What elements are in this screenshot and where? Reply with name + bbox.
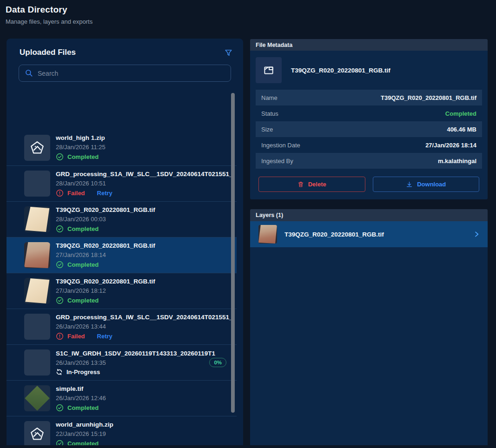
retry-link[interactable]: Retry bbox=[97, 333, 112, 340]
file-status: FailedRetry bbox=[56, 189, 232, 197]
thumbnail-image bbox=[24, 242, 50, 268]
status-label: Completed bbox=[67, 261, 99, 268]
metadata-row: Size406.46 MB bbox=[256, 121, 482, 137]
delete-button-label: Delete bbox=[308, 181, 326, 188]
status-label: Completed bbox=[67, 297, 99, 304]
file-row[interactable]: world_arunhigh.zip22/Jan/2026 15:19Compl… bbox=[7, 416, 237, 445]
file-info: world_high 1.zip28/Jan/2026 11:25Complet… bbox=[56, 134, 232, 161]
metadata-actions: Delete Download bbox=[256, 177, 482, 192]
file-row[interactable]: T39QZG_R020_20220801_RGB.tif27/Jan/2026 … bbox=[7, 237, 237, 273]
status-label: In-Progress bbox=[66, 369, 100, 376]
uploaded-files-title: Uploaded Files bbox=[13, 48, 76, 57]
file-row[interactable]: simple.tif26/Jan/2026 12:46Completed bbox=[7, 380, 237, 416]
metadata-file-name: T39QZG_R020_20220801_RGB.tif bbox=[291, 67, 390, 74]
spinner-icon bbox=[56, 369, 63, 376]
check-circle-icon bbox=[56, 440, 64, 446]
file-name: S1C_IW_GRDH_1SDV_20260119T143313_2026011… bbox=[56, 350, 232, 357]
file-date: 26/Jan/2026 13:35 bbox=[56, 359, 232, 366]
file-info: T39QZG_R020_20220801_RGB.tif27/Jan/2026 … bbox=[56, 242, 232, 269]
metadata-row: Ingestion Date27/Jan/2026 18:14 bbox=[256, 137, 482, 153]
file-name: world_arunhigh.zip bbox=[56, 421, 232, 428]
status-label: Completed bbox=[67, 153, 99, 160]
file-status: Completed bbox=[56, 153, 232, 161]
file-info: simple.tif26/Jan/2026 12:46Completed bbox=[56, 385, 232, 412]
check-circle-icon bbox=[56, 153, 64, 161]
file-thumbnail bbox=[24, 135, 50, 161]
file-thumbnail bbox=[24, 206, 50, 232]
file-metadata-card: File Metadata T39QZG_R020_20220801_RGB.t… bbox=[250, 39, 488, 199]
check-circle-icon bbox=[56, 261, 64, 269]
check-circle-icon bbox=[56, 296, 64, 304]
file-thumbnail bbox=[24, 314, 50, 340]
progress-badge: 0% bbox=[209, 358, 226, 367]
file-status: Completed bbox=[56, 225, 232, 233]
file-info: GRD_processing_S1A_IW_SLC__1SDV_20240614… bbox=[56, 171, 232, 197]
status-label: Completed bbox=[67, 404, 99, 411]
thumbnail-image bbox=[25, 386, 50, 411]
thumbnail-image bbox=[258, 225, 277, 244]
file-info: GRD_processing_S1A_IW_SLC__1SDV_20240614… bbox=[56, 314, 232, 340]
download-button[interactable]: Download bbox=[373, 177, 480, 192]
metadata-value: 406.46 MB bbox=[447, 126, 476, 133]
file-status: Completed bbox=[56, 440, 232, 446]
file-date: 26/Jan/2026 13:44 bbox=[56, 323, 232, 330]
retry-link[interactable]: Retry bbox=[97, 190, 112, 197]
metadata-value: 27/Jan/2026 18:14 bbox=[425, 142, 476, 149]
search-container bbox=[19, 65, 231, 82]
filter-icon[interactable] bbox=[224, 48, 233, 57]
delete-button[interactable]: Delete bbox=[258, 177, 365, 192]
download-button-label: Download bbox=[417, 181, 446, 188]
status-label: Failed bbox=[67, 190, 85, 197]
file-metadata-header: File Metadata bbox=[250, 39, 488, 51]
layers-card: Layers (1) T39QZG_R020_20220801_RGB.tif bbox=[250, 209, 488, 445]
metadata-label: Ingested By bbox=[261, 158, 293, 165]
metadata-label: Name bbox=[261, 94, 278, 101]
file-status: Completed bbox=[56, 404, 232, 412]
file-row[interactable]: T39QZG_R020_20220801_RGB.tif27/Jan/2026 … bbox=[7, 273, 237, 309]
file-info: S1C_IW_GRDH_1SDV_20260119T143313_2026011… bbox=[56, 350, 232, 376]
layer-name: T39QZG_R020_20220801_RGB.tif bbox=[284, 231, 465, 238]
thumbnail-image bbox=[24, 278, 50, 304]
file-status: Completed bbox=[56, 261, 232, 269]
file-name: world_high 1.zip bbox=[56, 134, 232, 141]
status-label: Failed bbox=[67, 333, 85, 340]
file-thumbnail bbox=[24, 349, 50, 376]
metadata-table: NameT39QZG_R020_20220801_RGB.tifStatusCo… bbox=[256, 90, 482, 169]
file-row[interactable]: world_high 1.zip28/Jan/2026 11:25Complet… bbox=[7, 130, 237, 165]
file-row[interactable]: GRD_processing_S1A_IW_SLC__1SDV_20240614… bbox=[7, 309, 237, 344]
file-list-scrollbar[interactable] bbox=[231, 93, 235, 413]
file-date: 27/Jan/2026 18:12 bbox=[56, 287, 232, 294]
file-date: 27/Jan/2026 18:14 bbox=[56, 251, 232, 258]
layer-thumbnail bbox=[258, 225, 277, 244]
file-row[interactable]: T39QZG_R020_20220801_RGB.tif28/Jan/2026 … bbox=[7, 201, 237, 237]
check-circle-icon bbox=[56, 225, 64, 233]
file-info: T39QZG_R020_20220801_RGB.tif28/Jan/2026 … bbox=[56, 206, 232, 233]
file-row[interactable]: GRD_processing_S1A_IW_SLC__1SDV_20240614… bbox=[7, 165, 237, 201]
metadata-file-row: T39QZG_R020_20220801_RGB.tif bbox=[256, 57, 482, 83]
status-label: Completed bbox=[67, 440, 99, 446]
file-date: 28/Jan/2026 11:25 bbox=[56, 144, 232, 151]
layer-row[interactable]: T39QZG_R020_20220801_RGB.tif bbox=[250, 221, 488, 247]
vector-zip-icon bbox=[29, 426, 45, 442]
chevron-right-icon[interactable] bbox=[473, 231, 480, 238]
file-date: 26/Jan/2026 12:46 bbox=[56, 395, 232, 402]
page-title: Data Directory bbox=[6, 5, 93, 15]
file-name: T39QZG_R020_20220801_RGB.tif bbox=[56, 242, 232, 249]
layers-body: T39QZG_R020_20220801_RGB.tif bbox=[250, 221, 488, 445]
file-info: T39QZG_R020_20220801_RGB.tif27/Jan/2026 … bbox=[56, 278, 232, 304]
file-name: GRD_processing_S1A_IW_SLC__1SDV_20240614… bbox=[56, 171, 232, 178]
file-status: FailedRetry bbox=[56, 332, 232, 340]
uploaded-files-panel: Uploaded Files world_high 1.zip28/Jan/20… bbox=[7, 39, 243, 445]
metadata-row: NameT39QZG_R020_20220801_RGB.tif bbox=[256, 90, 482, 105]
error-circle-icon bbox=[56, 189, 64, 197]
thumbnail-image bbox=[24, 206, 50, 232]
status-label: Completed bbox=[67, 225, 99, 232]
file-thumbnail bbox=[24, 385, 50, 411]
error-circle-icon bbox=[56, 332, 64, 340]
file-row[interactable]: S1C_IW_GRDH_1SDV_20260119T143313_2026011… bbox=[7, 344, 237, 380]
search-input[interactable] bbox=[19, 65, 231, 82]
metadata-label: Size bbox=[261, 126, 273, 133]
file-list: world_high 1.zip28/Jan/2026 11:25Complet… bbox=[7, 130, 237, 445]
check-circle-icon bbox=[56, 404, 64, 412]
file-thumbnail bbox=[24, 278, 50, 304]
